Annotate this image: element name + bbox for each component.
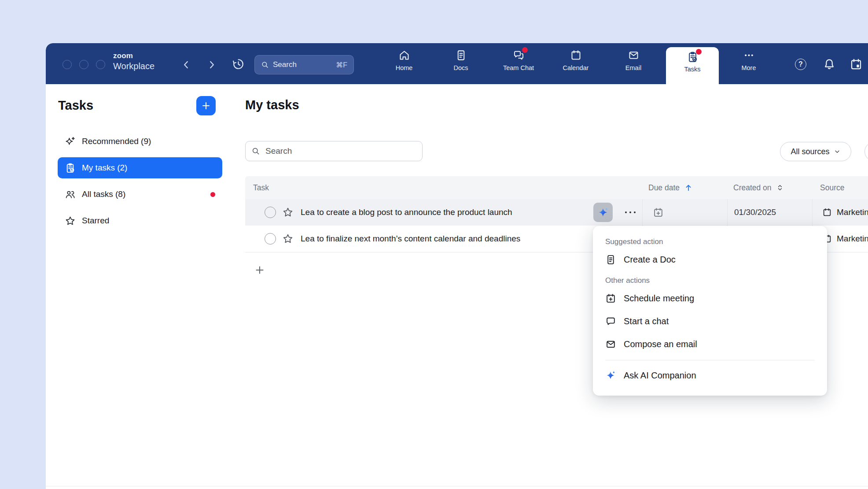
home-icon [398,49,410,61]
window-control-minimize[interactable] [79,60,88,69]
search-shortcut: ⌘F [336,61,347,69]
source-label: Marketing [837,207,868,217]
nav-item-team-chat[interactable]: Team Chat [496,49,541,81]
sources-filter-label: All sources [791,147,829,156]
nav-item-email[interactable]: Email [611,49,656,81]
column-header-source[interactable]: Source [820,176,844,199]
page-title: My tasks [245,98,299,112]
menu-item-create-doc[interactable]: Create a Doc [605,250,815,269]
star-icon [65,215,76,226]
chevron-down-icon [834,148,841,155]
history-icon[interactable] [232,58,245,70]
popup-section-label: Suggested action [605,237,815,246]
sidebar: Tasks Recommended (9) [46,84,234,489]
menu-item-ask-ai-companion[interactable]: Ask AI Companion [605,366,815,385]
team-chat-icon [513,49,525,61]
star-icon[interactable] [282,233,294,244]
back-icon[interactable] [180,59,192,70]
global-search[interactable]: Search ⌘F [254,55,354,74]
sidebar-menu: Recommended (9) My tasks (2) [58,131,222,231]
sidebar-title: Tasks [58,98,93,113]
created-on-value: 01/30/2025 [734,199,776,226]
sort-ascending-icon [684,183,693,192]
source-label: Marketing [837,234,868,244]
column-header-due-date[interactable]: Due date [648,176,693,199]
sources-filter-dropdown[interactable]: All sources [780,142,851,161]
sidebar-item-label: Starred [82,216,109,226]
row-more-button[interactable] [623,208,638,216]
menu-item-compose-email[interactable]: Compose an email [605,334,815,354]
task-title: Lea to finalize next month’s content cal… [301,226,520,252]
sparkle-icon [65,136,76,147]
search-icon [261,61,269,69]
calendar-today-icon[interactable] [850,58,863,71]
add-task-inline-button[interactable] [254,265,265,275]
notifications-bell-icon[interactable] [823,58,836,71]
star-icon[interactable] [282,207,294,218]
suggested-actions-popup: Suggested action Create a Doc Other acti… [593,226,827,396]
team-chat-badge [522,47,528,53]
global-search-placeholder: Search [273,60,297,69]
sidebar-item-label: All tasks (8) [82,189,125,199]
table-header: Task Due date Created on Source [245,176,868,199]
calendar-icon [822,207,832,217]
email-icon [628,49,640,61]
sidebar-item-label: My tasks (2) [82,163,127,173]
screen: zoom Workplace Search ⌘F [0,0,868,489]
task-title: Lea to create a blog post to announce th… [301,199,512,226]
table-row[interactable]: Lea to create a blog post to announce th… [245,199,868,226]
nav-item-tasks-active[interactable]: Tasks [666,47,719,84]
sidebar-item-recommended[interactable]: Recommended (9) [58,131,222,152]
task-search-input[interactable] [265,146,416,156]
people-icon [65,189,76,200]
sidebar-item-label: Recommended (9) [82,137,151,146]
column-header-created-on[interactable]: Created on [733,176,784,199]
window-control-zoom[interactable] [96,60,105,69]
sort-icon [776,184,784,192]
chat-icon [605,316,616,327]
forward-icon[interactable] [206,59,217,70]
add-task-button[interactable] [196,96,216,115]
help-icon[interactable]: ? [795,59,808,72]
clipboard-check-icon [65,163,76,174]
tasks-icon [687,51,699,63]
calendar-icon [570,49,582,61]
nav-item-more[interactable]: More [726,49,772,81]
email-icon [605,339,616,350]
doc-icon [605,254,616,265]
menu-item-start-chat[interactable]: Start a chat [605,311,815,331]
brand-zoom: zoom [113,52,154,59]
window-bottom-divider [46,486,868,486]
source-cell: Marketing [822,226,868,252]
all-tasks-badge [210,192,215,197]
task-complete-checkbox[interactable] [265,207,276,218]
calendar-plus-icon [605,293,616,304]
popup-divider [605,360,815,360]
column-header-task[interactable]: Task [253,176,269,199]
task-search[interactable] [245,141,423,161]
add-due-date-icon[interactable] [653,207,664,218]
top-navbar: zoom Workplace Search ⌘F [46,43,868,84]
ai-companion-button[interactable] [593,203,613,222]
task-complete-checkbox[interactable] [265,233,276,244]
docs-icon [455,49,467,61]
nav-item-home[interactable]: Home [381,49,427,81]
sidebar-item-my-tasks[interactable]: My tasks (2) [58,157,222,178]
sidebar-item-starred[interactable]: Starred [58,210,222,231]
sidebar-item-all-tasks[interactable]: All tasks (8) [58,184,222,205]
tasks-badge [696,49,702,55]
window-control-close[interactable] [63,60,72,69]
brand-logo: zoom Workplace [113,52,154,70]
source-cell: Marketing [822,199,868,226]
clipped-filter-button[interactable] [864,142,868,161]
nav-item-docs[interactable]: Docs [438,49,484,81]
search-icon [251,147,260,156]
menu-item-schedule-meeting[interactable]: Schedule meeting [605,289,815,308]
popup-section-label: Other actions [605,276,815,285]
nav-item-calendar[interactable]: Calendar [553,49,599,81]
more-icon [743,49,755,61]
brand-workplace: Workplace [113,62,154,70]
ai-sparkle-icon [605,370,616,381]
